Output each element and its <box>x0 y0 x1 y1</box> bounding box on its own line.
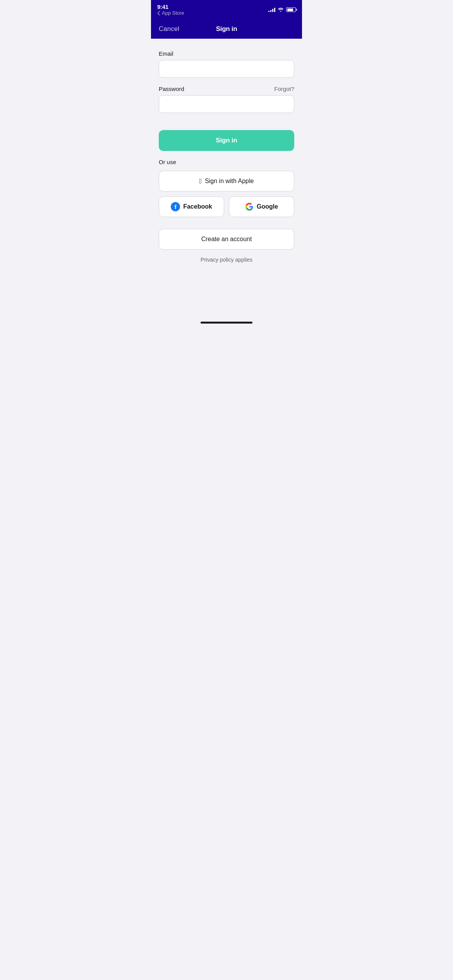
main-content: Email Password Forgot? Sign in Or use  … <box>151 39 302 327</box>
nav-bar: Cancel Sign in <box>151 19 302 39</box>
sign-in-apple-button[interactable]:  Sign in with Apple <box>159 171 294 192</box>
google-icon <box>245 202 254 211</box>
create-account-label: Create an account <box>201 236 252 243</box>
or-use-label: Or use <box>159 159 294 165</box>
create-account-button[interactable]: Create an account <box>159 229 294 250</box>
password-field-group: Password Forgot? <box>159 86 294 113</box>
home-indicator <box>201 322 252 324</box>
status-bar: 9:41 App Store <box>151 0 302 19</box>
password-row: Password Forgot? <box>159 86 294 92</box>
social-row: f Facebook Google <box>159 196 294 217</box>
signal-icon <box>268 7 275 12</box>
status-icons <box>268 7 296 12</box>
email-label: Email <box>159 50 294 57</box>
status-time: 9:41 <box>157 3 168 10</box>
battery-icon <box>286 7 296 12</box>
google-button[interactable]: Google <box>229 196 294 217</box>
privacy-policy-text: Privacy policy applies <box>159 257 294 263</box>
google-label: Google <box>257 203 278 210</box>
apple-icon:  <box>199 177 202 185</box>
cancel-button[interactable]: Cancel <box>159 25 179 33</box>
password-label: Password <box>159 86 184 92</box>
facebook-icon: f <box>171 202 180 211</box>
apple-button-label: Sign in with Apple <box>205 178 254 185</box>
wifi-icon <box>278 7 284 12</box>
page-title: Sign in <box>216 25 237 33</box>
forgot-password-link[interactable]: Forgot? <box>274 86 294 92</box>
email-input[interactable] <box>159 60 294 78</box>
password-input[interactable] <box>159 95 294 113</box>
facebook-label: Facebook <box>183 203 212 210</box>
sign-in-button[interactable]: Sign in <box>159 130 294 151</box>
appstore-back: App Store <box>157 10 184 16</box>
email-field-group: Email <box>159 50 294 78</box>
back-chevron-icon <box>157 11 160 15</box>
facebook-button[interactable]: f Facebook <box>159 196 224 217</box>
